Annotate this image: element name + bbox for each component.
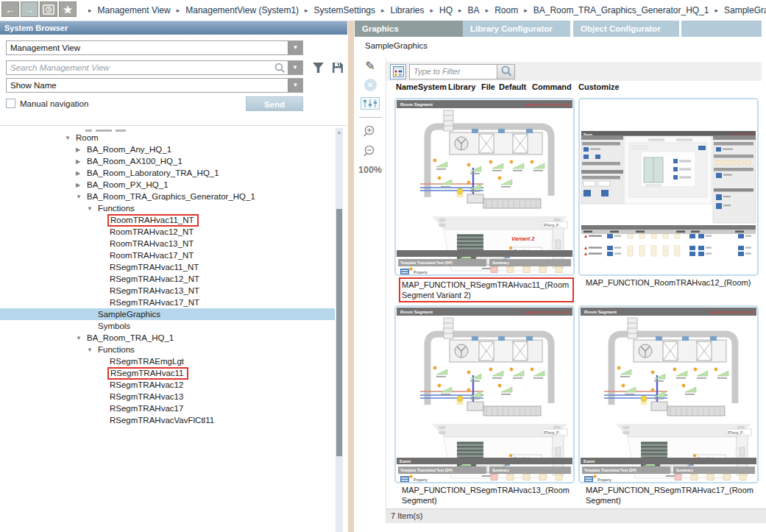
svg-text:Variant 2: Variant 2 [511, 235, 535, 242]
tree-item[interactable]: ▼Functions [0, 202, 335, 214]
tree-item-label: Functions [98, 204, 135, 213]
chevron-down-icon[interactable]: ▼ [288, 41, 302, 54]
expander-expanded-icon[interactable]: ▼ [76, 335, 87, 341]
save-icon[interactable] [332, 62, 344, 74]
pen-icon[interactable]: ✎ [365, 59, 375, 73]
tree-item-label: Symbols [98, 322, 130, 330]
manual-navigation-checkbox[interactable] [6, 99, 15, 108]
column-header[interactable]: Customize [578, 82, 630, 94]
column-header[interactable]: Name [396, 82, 418, 94]
tree-item-label: RSegmTRAHvacVavFlCtl11 [110, 416, 214, 425]
breadcrumb-item[interactable]: SampleGraphics [724, 5, 766, 15]
tree-item[interactable]: RSegmTRAHvac13 [0, 391, 335, 402]
search-icon[interactable] [272, 61, 288, 74]
chevron-down-icon[interactable]: ▼ [288, 79, 302, 92]
tree-item[interactable]: RSegmTRAHvac11 [0, 367, 335, 379]
tree-item[interactable]: ▼BA_Room_TRA_HQ_1 [0, 332, 335, 344]
svg-text:Property: Property [414, 270, 428, 274]
tab-graphics[interactable]: Graphics [355, 21, 463, 37]
tree-item[interactable]: ▶BA_Room_Any_HQ_1 [0, 143, 335, 155]
scroll-up-icon[interactable]: ▲ [336, 130, 343, 135]
tree-item[interactable]: RSegmTRAHvac11_NT [0, 261, 335, 273]
panel-splitter[interactable] [347, 21, 355, 532]
forward-arrow-icon[interactable]: → [21, 1, 38, 17]
view-mode-grid-icon[interactable] [390, 64, 406, 79]
zoom-in-icon[interactable] [364, 125, 377, 139]
breadcrumb-item[interactable]: BA_Room_TRA_Graphics_Generator_HQ_1 [533, 5, 709, 15]
tab-library-configurator[interactable]: Library Configurator [463, 21, 573, 37]
breadcrumb-item[interactable]: Room [494, 5, 518, 15]
view-selector[interactable]: Management View ▼ [6, 40, 303, 55]
delete-icon[interactable]: ✕ [364, 79, 377, 91]
tree-item-label: Functions [98, 345, 135, 354]
card-caption[interactable]: MAP_FUNCTION_RoomTRAHvac12_(Room) [586, 277, 759, 299]
breadcrumb-item[interactable]: SystemSettings [314, 5, 375, 15]
tree-item[interactable]: RoomTRAHvac13_NT [0, 238, 335, 249]
expander-expanded-icon[interactable]: ▼ [76, 194, 87, 200]
send-button[interactable]: Send [246, 96, 303, 111]
tree-scrollbar[interactable]: ▲ [336, 128, 343, 532]
card-caption[interactable]: MAP_FUNCTION_RSegmTRAHvac17_(Room Segmen… [586, 485, 759, 507]
card-caption[interactable]: MAP_FUNCTION_RSegmTRAHvac11_(Room Segmen… [399, 277, 574, 302]
breadcrumb-item[interactable]: BA [468, 5, 480, 15]
breadcrumb-separator-icon: ▸ [458, 7, 462, 14]
breadcrumb-item[interactable]: ManagementView (System1) [185, 5, 299, 15]
expander-expanded-icon[interactable]: ▼ [65, 135, 76, 141]
graphics-thumbnail[interactable]: Room Segment segment is set to 'not used… [394, 98, 575, 276]
expander-collapsed-icon[interactable]: ▶ [76, 182, 87, 188]
tree-item[interactable]: RSegmTRAHvac17_NT [0, 297, 335, 308]
tree-item[interactable]: RSegmTRAHvac12_NT [0, 273, 335, 285]
tree-item[interactable]: RoomTRAHvac11_NT [0, 214, 335, 226]
breadcrumb-item[interactable]: Libraries [391, 5, 425, 15]
tree-item[interactable]: RSegmTRAHvacVavFlCtl11 [0, 414, 335, 426]
tree-item[interactable]: RoomTRAHvac17_NT [0, 249, 335, 261]
column-header[interactable]: Default [499, 82, 532, 94]
display-mode-selector[interactable]: Show Name ▼ [6, 78, 303, 93]
filter-search-icon[interactable] [497, 64, 515, 79]
column-header[interactable]: Library [448, 82, 481, 94]
tree-item[interactable]: RSegmTRAEmgLgt [0, 355, 335, 367]
back-arrow-icon[interactable]: ← [1, 1, 19, 17]
expander-collapsed-icon[interactable]: ▶ [76, 158, 87, 165]
tree-item[interactable]: RSegmTRAHvac17 [0, 402, 335, 414]
history-icon[interactable] [40, 1, 57, 17]
tab-object-configurator[interactable]: Object Configurator [573, 21, 681, 37]
graphics-thumbnail[interactable]: Room Segment segment is set to 'not used… [394, 305, 575, 483]
tree-item[interactable]: RSegmTRAHvac13_NT [0, 285, 335, 297]
expander-collapsed-icon[interactable]: ▶ [76, 146, 87, 153]
tree-item[interactable]: ▶BA_Room_Laboratory_TRA_HQ_1 [0, 167, 335, 179]
tree-item-label: BA_Room_TRA_Graphics_Generator_HQ_1 [87, 192, 255, 201]
card-caption[interactable]: MAP_FUNCTION_RSegmTRAHvac13_(Room Segmen… [402, 485, 575, 507]
expander-collapsed-icon[interactable]: ▶ [76, 170, 87, 177]
tree-item[interactable]: RSegmTRAHvac12 [0, 379, 335, 391]
column-header[interactable]: File [481, 82, 499, 94]
zoom-out-icon[interactable] [364, 145, 377, 159]
tree-item[interactable]: SampleGraphics [0, 308, 335, 320]
tree-item[interactable]: Symbols [0, 320, 335, 332]
tree-item[interactable]: ▼Room [0, 132, 335, 143]
breadcrumb-item[interactable]: HQ [439, 5, 453, 15]
tree-item[interactable]: ▼BA_Room_TRA_Graphics_Generator_HQ_1 [0, 191, 335, 202]
chevron-down-icon[interactable]: ▼ [288, 61, 302, 74]
sliders-icon[interactable] [361, 97, 380, 110]
breadcrumb-separator-icon: ▸ [177, 7, 180, 14]
breadcrumb-item[interactable]: Management View [98, 5, 171, 15]
tree-item[interactable]: ▼Functions [0, 344, 335, 355]
system-browser-controls: Management View ▼ ▼ [0, 35, 347, 125]
expander-expanded-icon[interactable]: ▼ [87, 205, 98, 212]
scrollbar-thumb[interactable] [336, 209, 342, 456]
tree-item[interactable]: RoomTRAHvac12_NT [0, 226, 335, 238]
status-bar: 7 Item(s) [386, 508, 766, 523]
tree-item[interactable]: ▶BA_Room_AX100_HQ_1 [0, 155, 335, 167]
graphics-thumbnail[interactable]: Room is set to 'not used' [578, 98, 759, 276]
search-input[interactable] [7, 61, 272, 74]
filter-input[interactable] [409, 64, 497, 79]
favorites-star-icon[interactable]: ★ [59, 1, 77, 17]
tree-item-label: RoomTRAHvac11_NT [107, 214, 199, 227]
expander-expanded-icon[interactable]: ▼ [87, 347, 98, 353]
graphics-thumbnail[interactable]: Room Segment segment is set to 'not used… [578, 305, 759, 483]
column-header[interactable]: System [418, 82, 448, 94]
filter-funnel-icon[interactable] [312, 62, 325, 74]
tree-item[interactable]: ▶BA_Room_PX_HQ_1 [0, 179, 335, 191]
column-header[interactable]: Command [532, 82, 578, 94]
